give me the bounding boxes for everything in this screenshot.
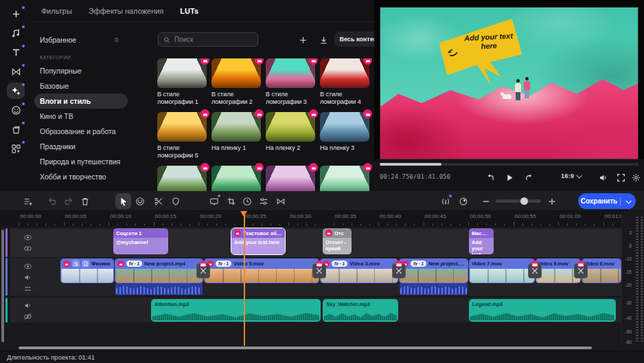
transition-tool-icon[interactable]: [273, 193, 288, 209]
sidebar-category-8[interactable]: Хобби и творчество: [34, 169, 128, 184]
transition-icon[interactable]: [196, 263, 210, 278]
lut-card[interactable]: [320, 166, 369, 191]
track-unlink-icon[interactable]: [23, 311, 32, 320]
video-viewport[interactable]: Add your text here: [380, 7, 639, 160]
title-clip[interactable]: МасштаAdd your text here: [469, 228, 494, 254]
search-box[interactable]: [158, 32, 258, 47]
title-clip[interactable]: ОтсОтсчет - яркий: [323, 228, 352, 254]
transitions-icon[interactable]: [7, 63, 25, 80]
linked-audio-waveform[interactable]: [115, 283, 203, 295]
lut-card[interactable]: На пленку 1: [211, 112, 261, 166]
skip-forward-icon[interactable]: [521, 170, 536, 184]
lut-card[interactable]: [266, 166, 315, 191]
search-input[interactable]: [174, 36, 253, 43]
lut-card[interactable]: В стиле ломографии 3: [266, 58, 315, 112]
sidebar-category-2[interactable]: Базовые: [34, 78, 128, 94]
undo-icon[interactable]: [44, 193, 60, 209]
sidebar-category-1[interactable]: Популярные: [34, 63, 128, 78]
zoom-out-icon[interactable]: [478, 193, 494, 209]
magnet-tool-icon[interactable]: [132, 193, 148, 209]
horizontal-scrollbar-thumb[interactable]: [19, 346, 592, 349]
sidebar-category-5[interactable]: Образование и работа: [34, 124, 128, 139]
audio-clip[interactable]: Attention.mp3: [151, 299, 321, 322]
skip-back-icon[interactable]: [483, 170, 498, 184]
track-options-icon[interactable]: [23, 284, 32, 293]
timeline-zoom-slider[interactable]: [496, 199, 541, 203]
linked-audio-waveform[interactable]: [400, 283, 468, 295]
split-scissors-icon[interactable]: [150, 193, 166, 209]
titles-icon[interactable]: [7, 44, 25, 60]
tab-filters[interactable]: Фильтры: [41, 6, 72, 16]
filters-icon[interactable]: [7, 82, 25, 99]
play-button[interactable]: [502, 170, 517, 184]
transition-icon[interactable]: [528, 263, 542, 278]
zoom-in-icon[interactable]: [544, 193, 560, 209]
video-clip[interactable]: fx · 1Video 3.mov: [320, 258, 398, 283]
add-track-icon[interactable]: [20, 193, 36, 209]
transition-icon[interactable]: [312, 263, 326, 278]
audio-clip[interactable]: Sky_Watcher.mp3: [323, 299, 398, 322]
chroma-key-icon[interactable]: [455, 193, 471, 209]
record-screen-icon[interactable]: [206, 193, 222, 209]
download-icon[interactable]: [317, 34, 330, 46]
track-visibility-eye-icon[interactable]: [23, 232, 32, 241]
timeline-ruler[interactable]: 00:00:0000:00:0500:00:1000:00:1500:00:20…: [0, 211, 644, 227]
crop-icon[interactable]: [223, 193, 239, 209]
sidebar-category-3[interactable]: Влоги и стиль: [34, 94, 128, 109]
audio-sync-icon[interactable]: [437, 193, 453, 209]
audio-icon[interactable]: [7, 25, 25, 41]
lut-card[interactable]: В стиле ломографии 4: [320, 58, 369, 112]
titles-track[interactable]: [10, 228, 621, 257]
vertical-scrollbar[interactable]: [1, 230, 4, 342]
track-link-icon[interactable]: [23, 243, 32, 252]
transition-icon[interactable]: [574, 263, 588, 278]
stickers-icon[interactable]: [7, 102, 25, 118]
clip-speed-icon[interactable]: [239, 193, 255, 209]
playhead[interactable]: [244, 211, 245, 346]
select-tool-icon[interactable]: [115, 193, 131, 209]
sidebar-category-7[interactable]: Природа и путешествия: [34, 154, 128, 169]
playhead-handle[interactable]: [240, 211, 247, 217]
content-filter-dropdown[interactable]: Весь контент: [334, 32, 374, 47]
delete-icon[interactable]: [77, 193, 93, 209]
lut-card[interactable]: На пленку 3: [320, 112, 369, 166]
favorites-item[interactable]: Избранное 0: [34, 33, 124, 47]
lut-card[interactable]: В стиле ломографии 5: [157, 112, 207, 166]
sidebar-category-4[interactable]: Кино и ТВ: [34, 109, 128, 124]
track-mute-speaker-icon[interactable]: [23, 272, 32, 281]
video-clip[interactable]: fx · 1New project.mp4: [115, 258, 203, 283]
more-tools-icon[interactable]: [7, 140, 25, 157]
video-clip[interactable]: Video 7.mov: [469, 258, 535, 283]
lut-card[interactable]: [157, 166, 207, 191]
video-clip[interactable]: fx · 1New project.mp4: [399, 258, 468, 283]
lut-card[interactable]: На пленку 2: [266, 112, 315, 166]
lut-card[interactable]: В стиле ломографии 2: [211, 58, 261, 112]
video-clip[interactable]: Физика: [60, 258, 114, 283]
seek-bar[interactable]: [380, 163, 639, 166]
save-button[interactable]: Сохранить: [578, 193, 636, 209]
tab-overlay-effects[interactable]: Эффекты наложения: [89, 6, 163, 16]
audio-clip[interactable]: Legend.mp3: [469, 299, 616, 322]
redo-icon[interactable]: [60, 193, 76, 209]
transition-icon[interactable]: [392, 263, 406, 278]
lut-card[interactable]: [211, 166, 261, 191]
marker-shield-icon[interactable]: [168, 193, 183, 209]
track-mute-speaker-icon[interactable]: [23, 300, 32, 309]
save-menu-chevron[interactable]: [621, 199, 636, 204]
tab-luts[interactable]: LUTs: [180, 6, 198, 16]
add-media-icon[interactable]: [7, 6, 25, 22]
lut-card[interactable]: В стиле ломографии 1: [157, 58, 207, 112]
title-clip[interactable]: Текстовое облакAdd your text here: [231, 228, 285, 254]
sidebar-category-6[interactable]: Праздники: [34, 139, 128, 154]
video-clip[interactable]: fx · 1Video 5.mov: [204, 258, 319, 283]
store-icon[interactable]: [7, 121, 25, 138]
title-clip[interactable]: Соцсети 1@mychannel: [113, 228, 168, 254]
zoom-slider-knob[interactable]: [520, 197, 528, 205]
add-lut-button[interactable]: [297, 34, 309, 46]
volume-icon[interactable]: [595, 170, 610, 184]
text-bubble-overlay[interactable]: Add your text here: [437, 18, 525, 91]
color-adjust-sliders-icon[interactable]: [255, 193, 271, 209]
aspect-ratio-dropdown[interactable]: 16:9: [561, 172, 581, 179]
settings-gear-icon[interactable]: [628, 170, 643, 184]
track-visibility-eye-icon[interactable]: [23, 261, 32, 270]
